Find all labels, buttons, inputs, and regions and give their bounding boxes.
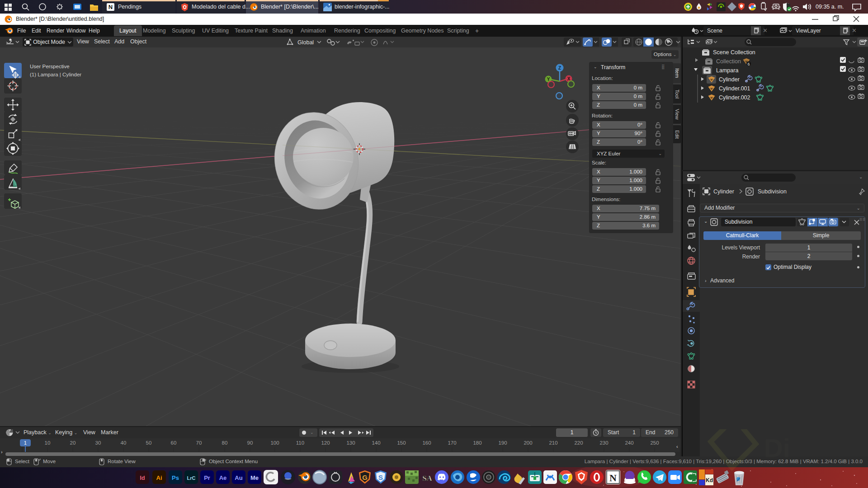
svg-text:100: 100 — [270, 440, 279, 446]
svg-text:Scene Collection: Scene Collection — [713, 49, 755, 56]
svg-text:40: 40 — [121, 440, 127, 446]
svg-text:160: 160 — [422, 440, 431, 446]
svg-text:Au: Au — [235, 474, 242, 481]
svg-text:Global: Global — [297, 39, 314, 46]
svg-text:30: 30 — [95, 440, 101, 446]
svg-text:170: 170 — [448, 440, 456, 446]
svg-text:110: 110 — [296, 440, 304, 446]
svg-text:70: 70 — [196, 440, 202, 446]
svg-text:Cylinder: Cylinder — [719, 76, 740, 83]
svg-text:Kd: Kd — [706, 477, 713, 483]
svg-text:Subdivision: Subdivision — [758, 188, 787, 195]
svg-text:Lampara: Lampara — [716, 67, 738, 74]
svg-text:LrC: LrC — [187, 475, 196, 481]
svg-text:130: 130 — [346, 440, 355, 446]
svg-text:150: 150 — [397, 440, 406, 446]
svg-text:190: 190 — [498, 440, 507, 446]
svg-text:230: 230 — [599, 440, 608, 446]
svg-text:Y: Y — [547, 77, 550, 82]
svg-text:120: 120 — [321, 440, 330, 446]
svg-text:250: 250 — [650, 440, 659, 446]
svg-text:Cylinder.001: Cylinder.001 — [719, 85, 750, 92]
svg-text:Cylinder: Cylinder — [713, 188, 734, 195]
svg-text:G: G — [362, 474, 368, 481]
svg-text:90: 90 — [247, 440, 253, 446]
svg-text:Me: Me — [250, 474, 259, 481]
svg-text:Pr: Pr — [204, 474, 210, 481]
svg-text:Collection: Collection — [716, 58, 741, 65]
svg-text:Id: Id — [140, 474, 145, 481]
svg-text:Ai: Ai — [156, 474, 162, 481]
svg-text:N: N — [609, 472, 617, 483]
svg-text:200: 200 — [524, 440, 532, 446]
svg-text:240: 240 — [625, 440, 633, 446]
svg-text:Cylinder.002: Cylinder.002 — [719, 94, 750, 101]
svg-text:80: 80 — [222, 440, 228, 446]
svg-text:180: 180 — [473, 440, 481, 446]
svg-text:Ps: Ps — [172, 474, 179, 481]
svg-text:S: S — [378, 474, 383, 481]
svg-text:6: 6 — [747, 62, 750, 66]
svg-text:SA: SA — [422, 474, 432, 483]
svg-text:Ae: Ae — [219, 474, 227, 481]
svg-text:220: 220 — [574, 440, 583, 446]
svg-text:10: 10 — [45, 440, 51, 446]
svg-text:20: 20 — [70, 440, 76, 446]
svg-text:210: 210 — [549, 440, 557, 446]
svg-text:140: 140 — [372, 440, 380, 446]
svg-text:50: 50 — [146, 440, 152, 446]
svg-text:Z: Z — [558, 66, 561, 70]
svg-text:60: 60 — [171, 440, 177, 446]
svg-text:1: 1 — [24, 440, 27, 446]
